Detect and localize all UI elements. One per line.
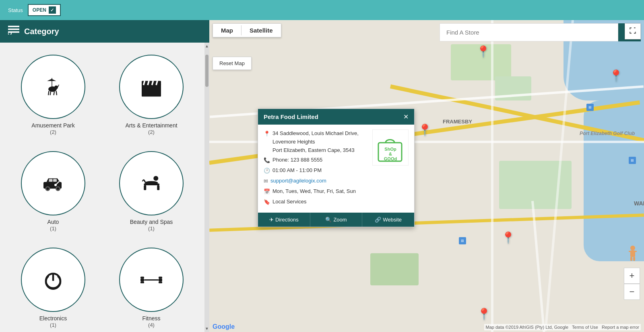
- sidebar-item-auto[interactable]: Auto (1): [4, 143, 102, 240]
- electronics-circle: [21, 248, 85, 312]
- popup-hours: 01:00 AM - 11:00 PM: [272, 166, 322, 175]
- auto-label: Auto (1): [47, 219, 59, 232]
- report-link[interactable]: Report a map error: [602, 325, 639, 330]
- svg-rect-43: [159, 277, 162, 279]
- svg-line-11: [54, 91, 55, 95]
- map-view-toggle: Map Satellite: [213, 23, 281, 37]
- amusement-park-label: Amusement Park (2): [31, 122, 74, 135]
- reset-map-button[interactable]: Reset Map: [213, 57, 252, 70]
- category-menu-icon: [8, 26, 19, 37]
- auto-circle: [21, 151, 85, 215]
- svg-point-34: [145, 181, 158, 184]
- svg-rect-54: [633, 257, 635, 261]
- terms-link[interactable]: Terms of Use: [572, 325, 598, 330]
- calendar-icon: 📅: [264, 188, 270, 196]
- map-attribution: Map data ©2019 AfriGIS (Pty) Ltd, Google…: [484, 324, 641, 330]
- map-search-bar: [440, 23, 641, 41]
- popup-body: 📍 34 Saddlewood, Louis Michael Drive, Lo…: [258, 125, 414, 213]
- pegman[interactable]: [626, 245, 639, 264]
- popup-email-link[interactable]: support@agilelogix.com: [270, 177, 326, 185]
- svg-line-9: [48, 91, 49, 95]
- svg-rect-0: [8, 26, 19, 27]
- sidebar-item-arts-entertainment[interactable]: Arts & Entertainment (2): [102, 47, 200, 143]
- category-header: Category: [0, 20, 209, 43]
- sidebar-item-amusement-park[interactable]: Amusement Park (2): [4, 47, 102, 143]
- arts-circle: [119, 55, 184, 119]
- svg-line-12: [56, 91, 57, 95]
- svg-rect-41: [144, 279, 159, 281]
- map-toggle-map[interactable]: Map: [213, 24, 241, 37]
- beauty-label: Beauty and Spas (1): [130, 219, 173, 232]
- status-bar: Status OPEN ✓: [0, 0, 644, 20]
- scroll-up-arrow[interactable]: ▲: [204, 43, 209, 49]
- beauty-circle: [119, 151, 184, 215]
- arts-label: Arts & Entertainment (2): [125, 122, 177, 135]
- website-icon: 🔗: [375, 217, 381, 223]
- sidebar-item-fitness[interactable]: Fitness (4): [102, 240, 200, 332]
- status-label: Status: [8, 7, 23, 13]
- svg-rect-40: [140, 281, 144, 283]
- sidebar-item-electronics[interactable]: Electronics (1): [4, 240, 102, 332]
- scroll-thumb[interactable]: [205, 55, 208, 87]
- electronics-label: Electronics (1): [39, 315, 67, 328]
- directions-icon: ✈: [269, 217, 274, 223]
- svg-point-30: [153, 176, 158, 180]
- svg-text:GOOd: GOOd: [384, 156, 397, 161]
- svg-marker-6: [47, 79, 56, 81]
- phone-icon: 📞: [264, 156, 270, 165]
- popup-days: Mon, Tues, Wed, Thur, Fri, Sat, Sun: [272, 187, 356, 196]
- popup-title: Petra Food Limited: [264, 113, 318, 120]
- zoom-icon: 🔍: [325, 217, 332, 223]
- sidebar-item-beauty-spas[interactable]: Beauty and Spas (1): [102, 143, 200, 240]
- svg-rect-44: [159, 281, 162, 283]
- water-body-2: [584, 100, 644, 261]
- svg-rect-53: [630, 257, 632, 261]
- google-logo: Google: [213, 323, 235, 330]
- popup-days-row: 📅 Mon, Tues, Wed, Thur, Fri, Sat, Sun: [264, 187, 368, 196]
- search-input[interactable]: [440, 23, 618, 41]
- category-info-icon: 🔖: [264, 198, 270, 207]
- info-popup: Petra Food Limited ✕ 📍 34 Saddlewood, Lo…: [258, 109, 415, 227]
- svg-line-36: [142, 179, 144, 181]
- svg-rect-52: [634, 251, 637, 252]
- popup-email-row: ✉ support@agilelogix.com: [264, 177, 368, 186]
- website-button[interactable]: 🔗 Website: [362, 213, 414, 227]
- directions-button[interactable]: ✈ Directions: [258, 213, 310, 227]
- zoom-controls: + −: [624, 268, 640, 300]
- clock-icon: 🕐: [264, 167, 270, 175]
- sidebar-content: Amusement Park (2): [0, 43, 204, 332]
- sidebar-scrollbar[interactable]: ▲ ▼: [204, 43, 209, 332]
- svg-point-49: [630, 246, 635, 250]
- category-grid: Amusement Park (2): [0, 43, 204, 332]
- popup-close-button[interactable]: ✕: [403, 113, 409, 121]
- open-checkmark: ✓: [49, 6, 56, 14]
- map-label-framesby: FRAMESBY: [443, 119, 472, 125]
- fullscreen-button[interactable]: [625, 23, 641, 39]
- zoom-out-button[interactable]: −: [624, 284, 640, 300]
- svg-rect-51: [629, 251, 632, 252]
- popup-phone: Phone: 123 888 5555: [272, 156, 322, 164]
- zoom-button[interactable]: 🔍 Zoom: [310, 213, 363, 227]
- zoom-in-button[interactable]: +: [624, 268, 640, 284]
- map-toggle-satellite[interactable]: Satellite: [242, 24, 281, 37]
- open-text: OPEN: [33, 7, 46, 13]
- popup-header: Petra Food Limited ✕: [258, 109, 414, 125]
- scroll-down-arrow[interactable]: ▼: [204, 325, 209, 332]
- svg-point-25: [47, 187, 49, 190]
- popup-address-row: 📍 34 Saddlewood, Louis Michael Drive, Lo…: [264, 129, 368, 154]
- map-icon-1: ⊞: [586, 104, 594, 111]
- popup-details: 📍 34 Saddlewood, Louis Michael Drive, Lo…: [264, 129, 368, 208]
- popup-category-row: 🔖 Local Services: [264, 198, 368, 207]
- svg-rect-39: [140, 277, 144, 279]
- svg-rect-33: [157, 185, 159, 190]
- svg-rect-15: [142, 84, 161, 96]
- popup-address: 34 Saddlewood, Louis Michael Drive, Love…: [272, 129, 368, 154]
- email-icon: ✉: [264, 177, 268, 186]
- svg-rect-22: [49, 179, 53, 182]
- fitness-circle: [119, 248, 184, 312]
- popup-actions: ✈ Directions 🔍 Zoom 🔗 Website: [258, 213, 414, 227]
- fitness-label: Fitness (4): [142, 315, 160, 328]
- svg-line-14: [58, 85, 59, 86]
- svg-point-29: [54, 184, 57, 186]
- main-container: Category: [0, 20, 644, 332]
